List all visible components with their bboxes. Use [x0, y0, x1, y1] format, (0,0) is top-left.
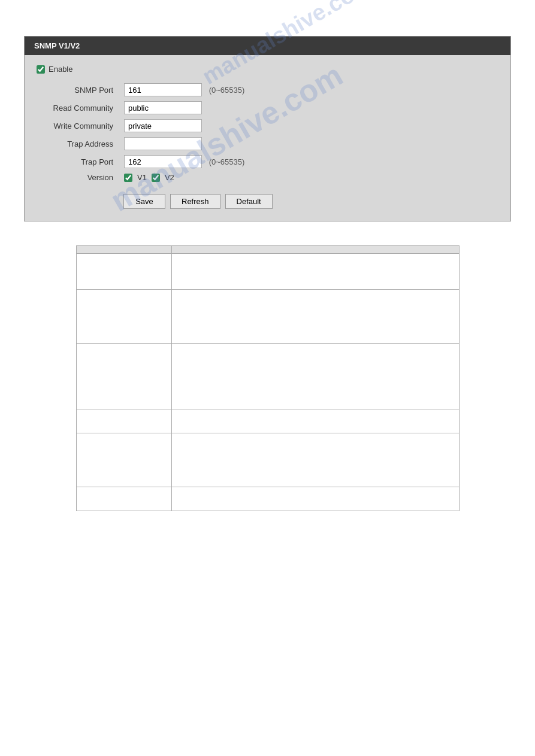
trap-address-row: Trap Address [43, 135, 248, 153]
snmp-port-row: SNMP Port (0~65535) [43, 81, 248, 99]
col2-header [172, 246, 459, 254]
snmp-port-label: SNMP Port [43, 81, 120, 99]
write-community-label: Write Community [43, 117, 120, 135]
version-v1-checkbox[interactable] [124, 174, 132, 182]
write-community-row: Write Community [43, 117, 248, 135]
table-cell-col1 [76, 344, 172, 409]
read-community-input[interactable] [124, 101, 202, 114]
trap-port-input[interactable] [124, 155, 202, 168]
page-wrapper: manualshive.com manualshive.com SNMP V1/… [0, 0, 535, 535]
default-button[interactable]: Default [225, 194, 273, 209]
trap-port-label: Trap Port [43, 153, 120, 171]
snmp-panel-title: SNMP V1/V2 [34, 41, 80, 50]
table-header-row [76, 246, 459, 254]
version-v2-label: V2 [165, 173, 174, 182]
version-v1-label: V1 [137, 173, 147, 182]
version-v2-checkbox[interactable] [152, 174, 160, 182]
data-table [76, 245, 460, 511]
snmp-port-input[interactable] [124, 83, 202, 96]
trap-address-label: Trap Address [43, 135, 120, 153]
table-cell-col2 [172, 433, 459, 487]
trap-port-row: Trap Port (0~65535) [43, 153, 248, 171]
col1-header [76, 246, 172, 254]
table-cell-col1 [76, 254, 172, 290]
version-label: Version [43, 171, 120, 184]
write-community-input[interactable] [124, 119, 202, 132]
table-cell-col2 [172, 487, 459, 511]
table-row [76, 433, 459, 487]
enable-row: Enable [37, 65, 498, 74]
table-cell-col1 [76, 487, 172, 511]
button-row: Save Refresh Default [123, 194, 498, 209]
table-cell-col1 [76, 290, 172, 344]
table-row [76, 409, 459, 433]
table-cell-col2 [172, 344, 459, 409]
table-cell-col2 [172, 409, 459, 433]
snmp-panel: SNMP V1/V2 Enable SNMP Port (0~65535) Re… [24, 36, 511, 221]
version-checkboxes: V1 V2 [124, 173, 244, 182]
read-community-row: Read Community [43, 99, 248, 117]
trap-port-range: (0~65535) [209, 157, 245, 166]
table-cell-col2 [172, 254, 459, 290]
table-row [76, 344, 459, 409]
snmp-panel-header: SNMP V1/V2 [25, 37, 510, 55]
version-row: Version V1 V2 [43, 171, 248, 184]
snmp-port-range: (0~65535) [209, 86, 245, 95]
enable-label: Enable [49, 65, 72, 74]
save-button[interactable]: Save [123, 194, 165, 209]
snmp-panel-body: Enable SNMP Port (0~65535) Read Communit… [25, 55, 510, 221]
table-row [76, 254, 459, 290]
table-row [76, 290, 459, 344]
refresh-button[interactable]: Refresh [170, 194, 220, 209]
table-cell-col1 [76, 433, 172, 487]
snmp-form-table: SNMP Port (0~65535) Read Community Write… [43, 81, 248, 184]
table-cell-col2 [172, 290, 459, 344]
read-community-label: Read Community [43, 99, 120, 117]
trap-address-input[interactable] [124, 137, 202, 150]
table-cell-col1 [76, 409, 172, 433]
enable-checkbox[interactable] [37, 65, 45, 74]
table-row [76, 487, 459, 511]
